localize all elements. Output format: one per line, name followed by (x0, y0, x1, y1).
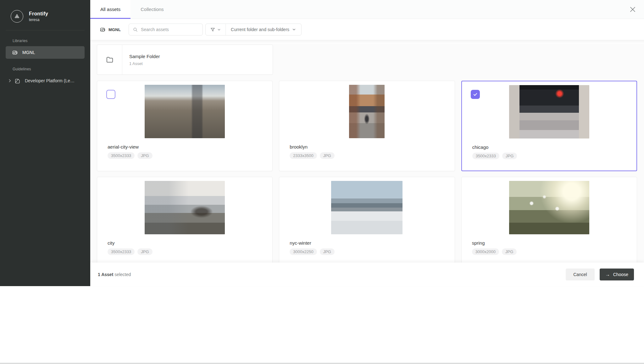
scope-dropdown-label: Current folder and sub-folders (231, 27, 289, 32)
brand-user: teresa (29, 18, 48, 22)
asset-dimensions-badge: 3500x2333 (472, 153, 499, 159)
sidebar: Frontify teresa Libraries MGNL Guideline… (0, 0, 90, 286)
choose-button-label: Choose (613, 272, 628, 277)
asset-card-nyc-winter[interactable]: nyc-winter 3000x2250 JPG (279, 177, 455, 263)
sidebar-item-mgnl[interactable]: MGNL (6, 46, 85, 59)
asset-picker-dialog: Frontify teresa Libraries MGNL Guideline… (0, 0, 644, 286)
asset-format-badge: JPG (137, 152, 152, 159)
chevron-down-icon (292, 27, 296, 32)
asset-dimensions-badge: 3500x2333 (108, 152, 135, 159)
tab-all-assets[interactable]: All assets (90, 0, 130, 19)
funnel-icon (210, 27, 215, 32)
cancel-button[interactable]: Cancel (566, 269, 595, 280)
asset-dimensions-badge: 3000x2250 (290, 248, 317, 255)
asset-format-badge: JPG (137, 248, 152, 255)
asset-thumbnail (145, 85, 225, 138)
close-icon[interactable] (628, 4, 638, 14)
tab-bar: All assets Collections (90, 0, 644, 19)
asset-format-badge: JPG (502, 248, 517, 255)
asset-card-brooklyn[interactable]: brooklyn 2333x3500 JPG (279, 81, 455, 171)
chevron-down-icon (217, 28, 221, 32)
library-breadcrumb[interactable]: MGNL (100, 27, 121, 33)
asset-card-spring[interactable]: spring 3000x2000 JPG (461, 177, 637, 263)
tab-label: All assets (100, 7, 120, 12)
asset-dimensions-badge: 2333x3500 (290, 152, 317, 159)
asset-thumbnail (349, 85, 385, 138)
search-input-box[interactable] (129, 24, 203, 35)
asset-browser-content: Sample Folder 1 Asset aerial-city-view 3… (90, 44, 644, 263)
asset-thumbnail (509, 181, 589, 234)
asset-format-badge: JPG (320, 152, 335, 159)
section-label-libraries: Libraries (13, 39, 90, 43)
choose-button[interactable]: → Choose (600, 269, 634, 280)
folder-name: Sample Folder (129, 54, 160, 59)
asset-card-aerial-city-view[interactable]: aerial-city-view 3500x2333 JPG (97, 81, 273, 171)
library-chip-label: MGNL (108, 27, 121, 32)
image-library-icon (100, 27, 106, 33)
folder-card-sample-folder[interactable]: Sample Folder 1 Asset (97, 45, 273, 75)
frontify-logo-icon (11, 10, 23, 23)
tab-label: Collections (141, 7, 164, 12)
asset-name: nyc-winter (290, 240, 454, 246)
chevron-right-icon[interactable] (8, 79, 12, 83)
asset-name: brooklyn (290, 144, 454, 149)
asset-name: chicago (472, 144, 636, 150)
main-panel: All assets Collections MGNL (90, 0, 644, 286)
asset-name: spring (472, 240, 637, 246)
filter-button[interactable] (206, 24, 226, 35)
asset-card-chicago[interactable]: chicago 3500x2333 JPG (461, 81, 637, 171)
tab-collections[interactable]: Collections (130, 0, 174, 19)
sidebar-item-label: Developer Platform (Le… (25, 78, 75, 83)
section-label-guidelines: Guidelines (13, 67, 90, 71)
image-library-icon (12, 50, 18, 56)
filter-scope-group: Current folder and sub-folders (205, 24, 302, 35)
search-input[interactable] (141, 27, 194, 32)
sidebar-divider (6, 30, 85, 30)
folder-asset-count: 1 Asset (129, 61, 160, 66)
asset-checkbox[interactable] (471, 90, 480, 99)
asset-name: city (108, 240, 272, 246)
asset-dimensions-badge: 3000x2000 (472, 248, 499, 255)
selection-status: 1 Asset selected (98, 272, 131, 277)
sidebar-item-label: MGNL (22, 50, 35, 55)
asset-card-city[interactable]: city 3500x2333 JPG (97, 177, 273, 263)
footer-bar: 1 Asset selected Cancel → Choose (90, 263, 644, 286)
brand-header: Frontify teresa (0, 0, 90, 23)
asset-dimensions-badge: 3500x2333 (108, 248, 135, 255)
asset-checkbox[interactable] (106, 90, 115, 99)
checkmark-icon (473, 92, 478, 97)
asset-thumbnail (145, 181, 225, 234)
header-shadow (90, 40, 644, 44)
bottom-edge-strip (0, 363, 644, 364)
asset-format-badge: JPG (502, 153, 517, 159)
asset-thumbnail (331, 181, 402, 234)
asset-format-badge: JPG (320, 248, 335, 255)
folder-icon (106, 56, 114, 64)
guideline-icon (14, 78, 20, 84)
asset-grid: aerial-city-view 3500x2333 JPG brooklyn … (97, 81, 637, 263)
arrow-right-icon: → (605, 272, 610, 277)
toolbar: MGNL Current folder and sub-folders (90, 19, 644, 40)
asset-name: aerial-city-view (108, 144, 272, 149)
page-background (0, 286, 644, 363)
folder-scope-dropdown[interactable]: Current folder and sub-folders (226, 27, 301, 32)
brand-name: Frontify (29, 11, 48, 17)
search-icon (133, 27, 138, 32)
sidebar-item-developer-platform[interactable]: Developer Platform (Le… (6, 74, 85, 87)
asset-thumbnail (509, 85, 589, 139)
